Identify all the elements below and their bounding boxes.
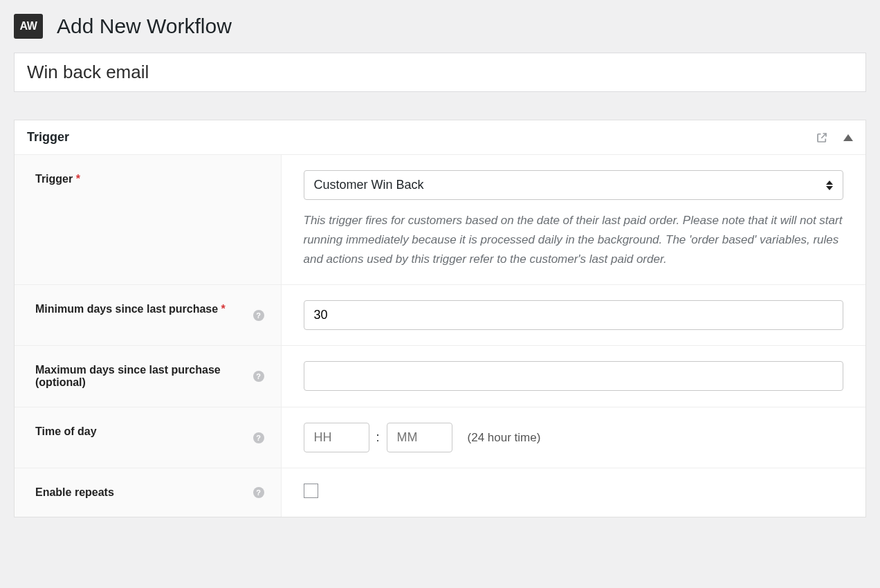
external-link-icon[interactable] [816,131,828,144]
time-minute-input[interactable] [387,423,452,452]
trigger-label: Trigger [35,173,73,185]
trigger-label-cell: Trigger * [15,155,281,285]
help-icon[interactable]: ? [253,487,264,498]
time-colon: : [376,430,380,445]
trigger-select[interactable]: Customer Win Back [304,170,844,200]
required-indicator: * [76,173,80,185]
time-of-day-label: Time of day [35,425,97,437]
help-icon[interactable]: ? [253,310,264,321]
trigger-description: This trigger fires for customers based o… [304,211,844,269]
enable-repeats-label: Enable repeats [35,486,114,498]
trigger-form: Trigger * Customer Win Back This trigger… [15,155,865,517]
trigger-select-value: Customer Win Back [314,178,827,192]
help-icon[interactable]: ? [253,432,264,443]
collapse-toggle-icon[interactable] [843,134,853,141]
help-icon[interactable]: ? [253,371,264,382]
max-days-label: Maximum days since last purchase (option… [35,364,221,388]
required-indicator: * [221,303,226,315]
enable-repeats-checkbox[interactable] [304,484,318,498]
metabox-header: Trigger [15,120,865,155]
trigger-metabox: Trigger Trigger * Customer Win Back [14,120,866,517]
page-header: AW Add New Workflow [14,14,866,39]
max-days-input[interactable] [304,361,844,391]
workflow-title-input[interactable] [14,53,866,92]
min-days-input[interactable] [304,300,844,330]
enable-repeats-label-cell: Enable repeats ? [15,468,281,517]
aw-logo: AW [14,14,43,39]
metabox-title: Trigger [27,130,816,145]
metabox-icons [816,131,853,144]
time-hour-input[interactable] [304,423,369,452]
max-days-label-cell: Maximum days since last purchase (option… [15,346,281,407]
min-days-label-cell: Minimum days since last purchase * ? [15,285,281,346]
time-of-day-label-cell: Time of day ? [15,407,281,468]
page-title: Add New Workflow [57,15,232,38]
time-of-day-row: : (24 hour time) [304,423,844,452]
min-days-label: Minimum days since last purchase [35,303,218,315]
select-arrows-icon [826,181,833,190]
time-hint: (24 hour time) [468,431,541,445]
